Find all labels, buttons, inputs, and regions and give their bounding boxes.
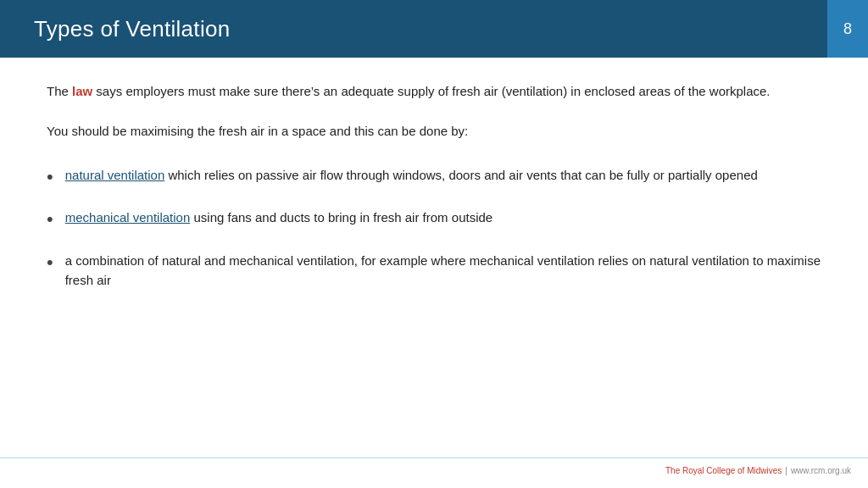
- bullet-dot: •: [47, 208, 53, 232]
- slide-content: The law says employers must make sure th…: [0, 58, 868, 458]
- natural-ventilation-link[interactable]: natural ventilation: [65, 168, 165, 182]
- bullet-text-1: natural ventilation which relies on pass…: [65, 165, 821, 185]
- list-item: • mechanical ventilation using fans and …: [47, 208, 821, 232]
- law-keyword: law: [72, 84, 92, 98]
- list-item: • a combination of natural and mechanica…: [47, 251, 821, 291]
- bullet-dot: •: [47, 251, 53, 275]
- footer-separator: |: [785, 466, 787, 475]
- intro-after-keyword: says employers must make sure there’s an…: [92, 84, 770, 98]
- slide-number: 8: [827, 0, 868, 58]
- slide-footer: The Royal College of Midwives | www.rcm.…: [0, 458, 868, 488]
- mechanical-ventilation-link[interactable]: mechanical ventilation: [65, 210, 191, 225]
- footer-org-name: The Royal College of Midwives: [665, 466, 782, 475]
- bullet-text-3: a combination of natural and mechanical …: [65, 251, 821, 291]
- intro-before-keyword: The: [47, 84, 72, 98]
- bullet-dot: •: [47, 165, 53, 190]
- slide-header: Types of Ventilation: [0, 0, 827, 58]
- list-item: • natural ventilation which relies on pa…: [47, 165, 821, 190]
- bullet-2-rest: using fans and ducts to bring in fresh a…: [190, 210, 492, 225]
- slide-title: Types of Ventilation: [34, 16, 230, 42]
- secondary-paragraph: You should be maximising the fresh air i…: [47, 121, 821, 141]
- footer-url: www.rcm.org.uk: [791, 466, 851, 475]
- intro-paragraph: The law says employers must make sure th…: [47, 81, 821, 101]
- bullet-list: • natural ventilation which relies on pa…: [47, 165, 821, 291]
- bullet-text-2: mechanical ventilation using fans and du…: [65, 208, 821, 227]
- bullet-1-rest: which relies on passive air flow through…: [164, 168, 758, 182]
